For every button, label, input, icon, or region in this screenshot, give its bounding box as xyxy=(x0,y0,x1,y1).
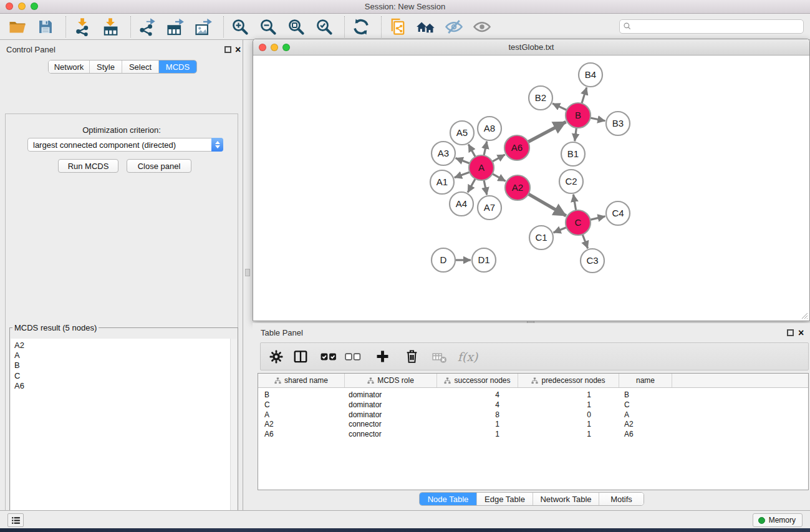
float-panel-icon[interactable] xyxy=(224,46,231,53)
table-row[interactable]: Cdominator41C xyxy=(258,400,808,410)
delete-column-icon[interactable] xyxy=(401,346,422,367)
memory-button[interactable]: Memory xyxy=(753,513,803,527)
graph-edge-A-A4[interactable] xyxy=(468,179,475,193)
table-cell[interactable]: 1 xyxy=(518,430,619,440)
column-header-MCDS-role[interactable]: MCDS role xyxy=(345,374,437,387)
zoom-out-icon[interactable] xyxy=(258,17,278,37)
table-cell[interactable]: C xyxy=(258,400,345,410)
graph-edge-A-A8[interactable] xyxy=(484,142,487,156)
graph-edge-A2-C[interactable] xyxy=(528,194,566,216)
graph-edge-C-C4[interactable] xyxy=(591,216,605,220)
mcds-result-item[interactable]: A2 xyxy=(11,341,237,351)
zoom-window-button[interactable] xyxy=(31,2,38,10)
graph-edge-B-B3[interactable] xyxy=(591,118,605,121)
table-cell[interactable]: 1 xyxy=(518,390,619,400)
export-network-icon[interactable] xyxy=(137,17,157,37)
export-table-icon[interactable] xyxy=(165,17,185,37)
show-all-networks-icon[interactable] xyxy=(416,17,436,37)
zoom-fit-icon[interactable] xyxy=(286,17,306,37)
hide-selected-icon[interactable] xyxy=(444,17,464,37)
resize-grip-icon[interactable] xyxy=(799,311,808,319)
column-header-predecessor-nodes[interactable]: predecessor nodes xyxy=(518,374,619,387)
close-window-button[interactable] xyxy=(6,2,13,10)
table-cell[interactable]: 1 xyxy=(518,420,619,430)
tab-network[interactable]: Network xyxy=(49,60,90,73)
table-cell[interactable]: A xyxy=(258,410,345,420)
table-cell[interactable]: A xyxy=(619,410,672,420)
graph-edge-A-A1[interactable] xyxy=(455,172,470,178)
tab-network-table[interactable]: Network Table xyxy=(533,493,599,505)
column-header-name[interactable]: name xyxy=(619,374,672,387)
close-network-window-button[interactable] xyxy=(259,44,266,51)
vertical-splitter-handle[interactable] xyxy=(245,269,250,276)
tab-motifs[interactable]: Motifs xyxy=(599,493,644,505)
tab-style[interactable]: Style xyxy=(90,60,122,73)
graph-edge-B-B4[interactable] xyxy=(582,87,587,104)
column-header-successor-nodes[interactable]: successor nodes xyxy=(437,374,518,387)
table-cell[interactable]: 4 xyxy=(437,400,518,410)
mcds-result-item[interactable]: C xyxy=(11,371,237,381)
table-cell[interactable]: dominator xyxy=(345,390,437,400)
tab-select[interactable]: Select xyxy=(122,60,159,73)
table-cell[interactable]: 1 xyxy=(518,400,619,410)
table-cell[interactable]: dominator xyxy=(345,410,437,420)
table-row[interactable]: Bdominator41B xyxy=(258,390,808,400)
graph-edge-A-A3[interactable] xyxy=(456,158,470,163)
import-network-icon[interactable] xyxy=(72,17,92,37)
import-table-icon[interactable] xyxy=(100,17,120,37)
table-cell[interactable]: A2 xyxy=(619,420,672,430)
float-table-panel-icon[interactable] xyxy=(787,329,794,336)
network-from-selection-icon[interactable] xyxy=(388,17,408,37)
table-cell[interactable]: 1 xyxy=(437,420,518,430)
table-cell[interactable]: B xyxy=(619,390,672,400)
add-column-icon[interactable] xyxy=(372,346,393,367)
table-columns-icon[interactable] xyxy=(290,346,311,367)
table-cell[interactable]: connector xyxy=(345,420,437,430)
select-all-checkboxes-icon[interactable] xyxy=(318,346,339,367)
graph-edge-B-B2[interactable] xyxy=(552,104,567,110)
mcds-result-item[interactable]: A xyxy=(11,351,237,360)
scrollbar-track[interactable] xyxy=(230,339,237,532)
table-cell[interactable]: B xyxy=(258,390,345,400)
table-cell[interactable]: 1 xyxy=(437,430,518,440)
table-cell[interactable]: A6 xyxy=(619,430,672,440)
apply-layout-icon[interactable] xyxy=(351,17,371,37)
graph-edge-A6-B[interactable] xyxy=(528,122,566,142)
table-cell[interactable]: dominator xyxy=(345,400,437,410)
task-history-button[interactable] xyxy=(7,513,24,527)
table-row[interactable]: A6connector11A6 xyxy=(258,430,808,440)
graph-edge-A-A5[interactable] xyxy=(468,144,475,157)
tab-edge-table[interactable]: Edge Table xyxy=(477,493,533,505)
show-hidden-icon[interactable] xyxy=(472,17,492,37)
graph-edge-A-A6[interactable] xyxy=(492,155,504,162)
graph-edge-B-B1[interactable] xyxy=(575,128,577,141)
table-cell[interactable]: A2 xyxy=(258,420,345,430)
graph-edge-C-C1[interactable] xyxy=(554,228,567,233)
table-cell[interactable]: 0 xyxy=(518,410,619,420)
tab-mcds[interactable]: MCDS xyxy=(159,60,196,73)
column-header-shared-name[interactable]: shared name xyxy=(258,374,345,387)
criterion-select[interactable]: largest connected component (directed) xyxy=(27,138,223,152)
graph-edge-A-A2[interactable] xyxy=(493,174,506,181)
zoom-selected-icon[interactable] xyxy=(314,17,334,37)
export-image-icon[interactable] xyxy=(193,17,213,37)
function-builder-icon[interactable]: f(x) xyxy=(457,346,478,367)
close-table-panel-icon[interactable]: × xyxy=(798,329,804,336)
mcds-result-item[interactable]: B xyxy=(11,360,237,370)
mcds-result-list[interactable]: A2ABCA6 xyxy=(11,339,237,532)
delete-table-icon[interactable] xyxy=(429,346,450,367)
graph-edge-C-C2[interactable] xyxy=(574,195,576,211)
minimize-network-window-button[interactable] xyxy=(271,44,278,51)
table-row[interactable]: Adominator80A xyxy=(258,410,808,420)
mcds-result-item[interactable]: A6 xyxy=(11,381,237,391)
search-input[interactable] xyxy=(619,19,804,34)
table-settings-icon[interactable] xyxy=(266,346,287,367)
deselect-all-checkboxes-icon[interactable] xyxy=(342,346,364,367)
network-canvas[interactable]: B4B2BB3A8A5A6A3B1AC2A1A2A4A7C4CC1C3DD1 xyxy=(253,56,809,321)
open-session-icon[interactable] xyxy=(7,17,27,37)
zoom-network-window-button[interactable] xyxy=(282,44,290,51)
network-window-titlebar[interactable]: testGlobe.txt xyxy=(253,39,809,56)
table-cell[interactable]: A6 xyxy=(258,430,345,440)
table-cell[interactable]: C xyxy=(619,400,672,410)
graph-edge-A-A7[interactable] xyxy=(484,180,487,195)
